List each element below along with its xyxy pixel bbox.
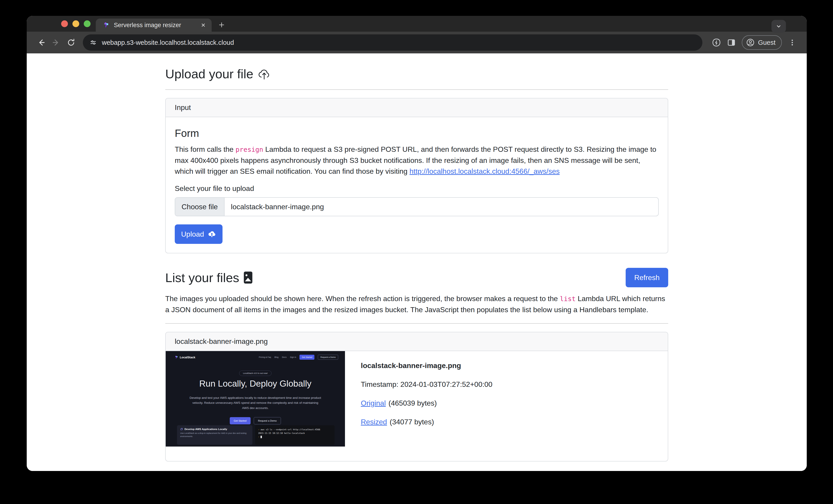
banner-feature-text: Use LocalStack as a drop-in replacement …	[180, 432, 249, 438]
refresh-button[interactable]: Refresh	[626, 268, 668, 287]
choose-file-button[interactable]: Choose file	[175, 198, 224, 216]
original-size: (465039 bytes)	[388, 399, 437, 407]
banner-nav-item: Docs	[282, 356, 287, 358]
favicon-localstack-icon	[102, 22, 109, 28]
url-bar[interactable]: webapp.s3-website.localhost.localstack.c…	[83, 34, 703, 51]
divider	[165, 90, 668, 90]
list-code: list	[560, 295, 576, 303]
site-settings-icon[interactable]	[90, 39, 97, 46]
input-card-header: Input	[166, 98, 668, 117]
image-icon	[243, 271, 253, 284]
resized-size: (34077 bytes)	[390, 418, 434, 426]
banner-logo: LocalStack	[174, 355, 195, 359]
banner-nav-item: Sign in	[290, 356, 296, 358]
forward-button[interactable]	[50, 36, 63, 49]
file-thumbnail[interactable]: LocalStack Pricing & Faq Blog Docs Sign …	[166, 351, 345, 447]
list-description-text: The images you uploaded should be shown …	[165, 295, 560, 303]
divider	[165, 323, 668, 324]
banner-feature-title: Develop AWS Applications Locally	[180, 428, 249, 430]
upload-button-label: Upload	[181, 230, 204, 238]
tab-search-chevron-button[interactable]	[771, 20, 786, 32]
browser-window: Serverless image resizer	[27, 16, 807, 471]
banner-terminal: ›aws s3 ls --endpoint-url http://localho…	[255, 425, 335, 445]
banner-subtext: Develop and test your AWS applications l…	[189, 396, 322, 410]
zoom-window-button[interactable]	[84, 20, 91, 27]
banner-nav-item: Blog	[275, 356, 279, 358]
banner-cta-request-demo: Request a Demo	[254, 417, 281, 424]
file-name: localstack-banner-image.png	[361, 361, 461, 370]
upload-button[interactable]: Upload	[175, 224, 222, 244]
ses-link[interactable]: http://localhost.localstack.cloud:4566/_…	[409, 167, 560, 175]
close-window-button[interactable]	[61, 20, 68, 27]
file-timestamp: Timestamp: 2024-01-03T07:27:52+00:00	[361, 380, 492, 388]
banner-cta-get-started: Get Started	[230, 417, 251, 424]
banner-headline: Run Locally, Deploy Globally	[166, 379, 345, 388]
profile-button[interactable]: Guest	[742, 35, 782, 50]
presign-code: presign	[236, 146, 263, 153]
profile-label: Guest	[758, 39, 776, 46]
cloud-upload-icon	[257, 67, 271, 81]
battery-saver-icon[interactable]	[710, 36, 723, 49]
upload-heading-text: Upload your file	[165, 67, 253, 81]
resized-link[interactable]: Resized	[361, 418, 387, 426]
list-section-heading: List your files	[165, 270, 253, 285]
selected-file-name: localstack-banner-image.png	[224, 198, 330, 216]
terminal-cursor	[261, 436, 262, 438]
terminal-command: aws s3 ls --endpoint-url http://localhos…	[261, 428, 320, 431]
tab-close-icon[interactable]	[200, 22, 207, 28]
original-link[interactable]: Original	[361, 399, 386, 407]
terminal-output: 2023-11-15 10:12:18 hello-localstack	[258, 431, 331, 435]
browser-toolbar: webapp.s3-website.localhost.localstack.c…	[27, 32, 807, 53]
web-page: Upload your file Input Form This form ca…	[27, 53, 807, 471]
traffic-lights	[61, 20, 91, 27]
tab-serverless-image-resizer[interactable]: Serverless image resizer	[96, 19, 212, 32]
banner-nav-get-started: Get Started	[300, 355, 314, 360]
tab-title: Serverless image resizer	[114, 22, 195, 29]
file-card-header: localstack-banner-image.png	[166, 332, 668, 351]
minimize-window-button[interactable]	[72, 20, 79, 27]
new-tab-button[interactable]	[217, 21, 226, 29]
upload-section-heading: Upload your file	[165, 67, 668, 81]
back-button[interactable]	[35, 36, 48, 49]
form-description: This form calls the presign Lambda to re…	[175, 144, 659, 177]
form-description-text: This form calls the	[175, 145, 236, 153]
banner-nav-item: Pricing & Faq	[259, 356, 271, 358]
file-label: Select your file to upload	[175, 184, 659, 193]
banner-badge: LocalStack v3.0 is out now!	[239, 371, 271, 376]
list-heading-text: List your files	[165, 270, 239, 285]
refresh-button-label: Refresh	[634, 274, 660, 282]
form-heading: Form	[175, 127, 659, 140]
browser-menu-icon[interactable]	[786, 36, 799, 49]
file-input[interactable]: Choose file localstack-banner-image.png	[175, 197, 659, 216]
url-text[interactable]: webapp.s3-website.localhost.localstack.c…	[102, 39, 234, 46]
side-panel-icon[interactable]	[725, 36, 738, 49]
reload-button[interactable]	[65, 36, 77, 49]
input-card: Input Form This form calls the presign L…	[165, 98, 668, 253]
tab-strip: Serverless image resizer	[27, 16, 807, 32]
file-card: localstack-banner-image.png Local	[165, 332, 668, 461]
banner-nav-request-demo: Request a Demo	[318, 355, 338, 360]
list-description: The images you uploaded should be shown …	[165, 293, 668, 315]
